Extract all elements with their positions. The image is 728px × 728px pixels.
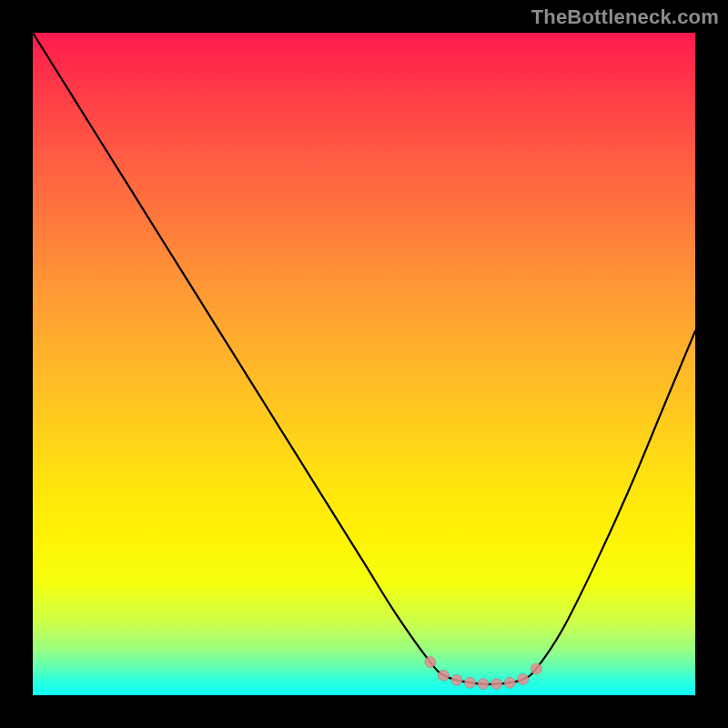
- highlighted-points: [425, 657, 542, 690]
- watermark-text: TheBottleneck.com: [531, 5, 719, 29]
- highlight-marker: [451, 674, 462, 685]
- chart-plot-area: [33, 33, 695, 695]
- highlight-marker: [518, 674, 529, 685]
- highlight-marker: [531, 663, 541, 674]
- bottleneck-curve: [33, 33, 695, 684]
- highlight-marker: [504, 677, 515, 688]
- highlight-marker: [478, 679, 489, 690]
- highlight-marker: [491, 679, 502, 690]
- chart-svg: [33, 33, 695, 695]
- highlight-marker: [425, 657, 436, 668]
- highlight-marker: [465, 677, 476, 688]
- highlight-marker: [438, 670, 449, 681]
